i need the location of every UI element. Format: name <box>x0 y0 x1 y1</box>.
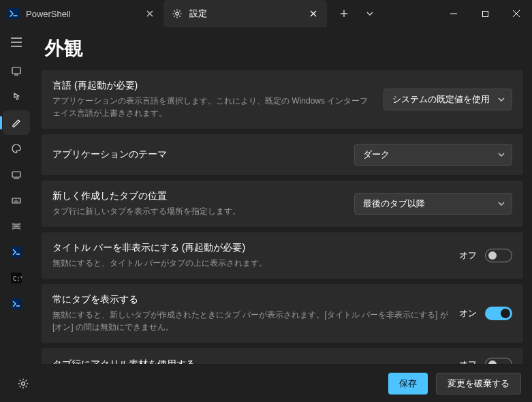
chevron-down-icon <box>498 200 505 207</box>
tab-strip-extras <box>327 0 381 27</box>
svg-point-10 <box>22 382 25 385</box>
svg-text:C:\: C:\ <box>13 275 22 282</box>
page-title: 外観 <box>33 27 532 69</box>
svg-point-1 <box>176 12 178 15</box>
window-controls <box>438 0 532 27</box>
setting-title: 常にタブを表示する <box>52 294 448 306</box>
svg-rect-0 <box>8 8 19 19</box>
setting-newtab-position: 新しく作成したタブの位置 タブ行に新しいタブを表示する場所を指定します。 最後の… <box>41 180 524 228</box>
nav-actions[interactable] <box>3 188 30 213</box>
discard-button[interactable]: 変更を破棄する <box>436 373 521 395</box>
tab-label: PowerShell <box>26 9 71 19</box>
tab-settings[interactable]: 設定 <box>163 0 327 27</box>
svg-rect-9 <box>11 298 22 309</box>
nav-profile-powershell[interactable] <box>3 240 30 264</box>
setting-title: タイトル バーを非表示にする (再起動が必要) <box>52 242 448 254</box>
nav-color-schemes[interactable] <box>3 136 30 161</box>
powershell-icon <box>8 8 19 19</box>
setting-title: タブ行にアクリル素材を使用する <box>52 358 448 364</box>
gear-icon <box>172 8 183 19</box>
setting-theme: アプリケーションのテーマ ダーク <box>41 134 524 176</box>
newtab-combobox[interactable]: 最後のタブ以降 <box>354 193 512 215</box>
setting-language: 言語 (再起動が必要) アプリケーションの表示言語を選択します。これにより、既定… <box>41 69 524 129</box>
acrylic-toggle[interactable] <box>485 358 512 364</box>
setting-desc: タブ行に新しいタブを表示する場所を指定します。 <box>52 205 343 217</box>
open-json-button[interactable] <box>11 371 35 396</box>
titlebar: PowerShell 設定 <box>0 0 532 27</box>
settings-scroll[interactable]: 言語 (再起動が必要) アプリケーションの表示言語を選択します。これにより、既定… <box>33 69 532 364</box>
hamburger-button[interactable] <box>3 30 30 55</box>
combo-value: システムの既定値を使用 <box>392 93 490 106</box>
setting-desc: 無効にすると、タイトル バーがタブの上に表示されます。 <box>52 257 448 269</box>
footer: 保存 変更を破棄する <box>0 364 532 402</box>
always-tabs-toggle[interactable] <box>485 307 512 320</box>
setting-title: アプリケーションのテーマ <box>52 149 343 161</box>
nav-appearance[interactable] <box>3 110 30 135</box>
svg-rect-4 <box>12 172 20 177</box>
combo-value: 最後のタブ以降 <box>363 198 425 210</box>
close-icon[interactable] <box>308 8 319 19</box>
tab-dropdown-button[interactable] <box>358 3 381 24</box>
tab-powershell[interactable]: PowerShell <box>0 0 163 27</box>
chevron-down-icon <box>498 151 505 158</box>
language-combobox[interactable]: システムの既定値を使用 <box>384 89 512 110</box>
toggle-state-label: オフ <box>459 358 477 364</box>
toggle-state-label: オフ <box>459 249 477 262</box>
nav-startup[interactable] <box>3 59 30 83</box>
combo-value: ダーク <box>363 149 390 161</box>
minimize-button[interactable] <box>438 0 469 27</box>
nav-profiles[interactable] <box>3 214 30 238</box>
setting-acrylic-tabs: タブ行にアクリル素材を使用する オフ <box>41 347 524 364</box>
chevron-down-icon <box>498 96 505 103</box>
setting-always-show-tabs: 常にタブを表示する 無効にすると、新しいタブが作成されたときにタブ バーが表示さ… <box>41 283 524 343</box>
setting-title: 新しく作成したタブの位置 <box>52 190 343 202</box>
setting-title: 言語 (再起動が必要) <box>52 80 373 92</box>
save-button[interactable]: 保存 <box>388 373 428 395</box>
setting-hide-titlebar: タイトル バーを非表示にする (再起動が必要) 無効にすると、タイトル バーがタ… <box>41 232 524 279</box>
svg-rect-2 <box>482 11 488 16</box>
close-window-button[interactable] <box>501 0 532 27</box>
maximize-button[interactable] <box>469 0 501 27</box>
nav-profile-cmd[interactable]: C:\ <box>3 266 30 290</box>
svg-rect-6 <box>11 247 22 258</box>
nav-rail: C:\ <box>0 27 33 364</box>
toggle-state-label: オン <box>459 307 477 320</box>
nav-profile-azure[interactable] <box>3 292 30 316</box>
hide-titlebar-toggle[interactable] <box>485 249 512 262</box>
setting-desc: アプリケーションの表示言語を選択します。これにより、既定の Windows イン… <box>52 95 373 119</box>
new-tab-button[interactable] <box>332 3 356 24</box>
nav-interaction[interactable] <box>3 84 30 109</box>
theme-combobox[interactable]: ダーク <box>354 144 512 166</box>
nav-rendering[interactable] <box>3 162 30 187</box>
svg-rect-3 <box>12 67 20 74</box>
setting-desc: 無効にすると、新しいタブが作成されたときにタブ バーが表示されます。[タイトル … <box>52 309 448 333</box>
close-icon[interactable] <box>144 8 155 19</box>
tab-label: 設定 <box>189 7 207 20</box>
